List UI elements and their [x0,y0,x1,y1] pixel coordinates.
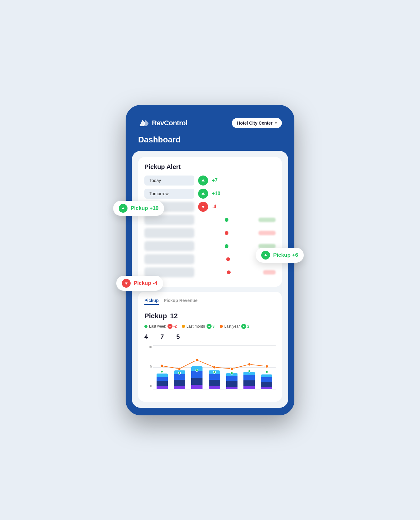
bar-seg-2-1 [174,386,185,389]
chart-area [153,345,276,395]
legend-change-year: 2 [247,324,249,329]
legend-last-week: Last week -2 [144,324,177,329]
change-day8 [263,270,276,275]
bar-stack-5 [226,373,238,389]
bar-seg-7-3 [261,377,272,382]
legend-badge-week: -2 [168,324,177,329]
y-label-10: 10 [144,345,152,349]
change-day5 [258,231,276,235]
alert-row-tomorrow: Tomorrow +10 [144,189,276,199]
phone-frame: RevControl Hotel City Center ▾ Dashboard… [126,105,294,415]
tab-pickup[interactable]: Pickup [144,298,159,305]
pickup-chart-card: Pickup Pickup Revenue Pickup 12 Last wee… [138,292,282,402]
badge-text-1: Pickup +10 [131,205,158,211]
tabs-row: Pickup Pickup Revenue [144,298,276,308]
pickup-title: Pickup [144,312,167,320]
day-label-day5: Blurred [144,228,194,238]
bar-seg-7-2 [261,382,272,387]
pickup-heading: Pickup 12 [144,312,276,320]
status-up-tomorrow [198,189,208,199]
pickup-alert-card: Pickup Alert Today +7 Tomorrow +10 Blurr… [138,157,282,287]
badge-text-3: Pickup -4 [134,280,158,286]
pickup-badge-plus10: Pickup +10 [113,201,164,216]
bar-seg-3-2 [191,378,202,385]
alert-row-day8: Blurred [144,267,276,277]
bar-seg-3-1 [191,385,202,389]
bar-group-4 [207,345,222,389]
status-dot-day4 [225,218,228,222]
legend-badge-month: 3 [207,324,215,329]
legend-badge-year: 2 [241,324,249,329]
bar-seg-1-4 [157,374,168,377]
bar-seg-4-2 [209,380,220,386]
alert-row-today: Today +7 [144,176,276,186]
dashboard-title: Dashboard [132,135,288,151]
bar-seg-5-1 [226,387,238,389]
day-label-day6: Blurred [144,241,194,251]
app-name: RevControl [152,119,188,127]
badge-up-icon-2 [261,251,270,260]
legend-label-week: Last week [149,324,166,329]
alert-row-day5: Blurred [144,228,276,238]
legend-last-month: Last month 3 [182,324,215,329]
stat-3: 5 [176,333,180,340]
change-day3: -4 [212,204,216,210]
day-label-tomorrow: Tomorrow [144,189,194,199]
tab-pickup-revenue[interactable]: Pickup Revenue [164,298,198,305]
bar-seg-4-4 [209,370,220,374]
content-area: Pickup +10 Pickup +6 Pickup -4 Pickup Al… [132,151,288,408]
bar-stack-6 [243,372,255,389]
bar-seg-5-2 [226,381,238,387]
hotel-selector[interactable]: Hotel City Center ▾ [232,118,282,128]
bar-seg-7-4 [261,374,272,377]
status-down-day3 [198,202,208,212]
legend-dot-week [144,325,148,328]
bars-row [153,345,276,389]
app-header: RevControl Hotel City Center ▾ [132,112,288,135]
hotel-name: Hotel City Center [237,121,272,126]
bar-group-6 [242,345,257,389]
bar-seg-4-1 [209,386,220,389]
bar-stack-4 [209,370,220,389]
change-day4 [258,218,276,222]
y-axis: 10 5 0 [144,345,152,388]
status-dot-day8 [227,270,231,274]
bar-group-5 [224,345,240,389]
bar-seg-2-2 [174,380,185,386]
badge-down-icon [122,279,131,288]
bar-seg-6-1 [243,386,255,389]
alert-row-day6: Blurred [144,241,276,251]
badge-icon-month [207,324,212,329]
status-up-today [198,176,208,186]
bar-stack-3 [191,366,202,389]
pickup-badge-minus4: Pickup -4 [116,276,163,291]
legend-label-year: Last year [224,324,240,329]
day-label-today: Today [144,176,194,186]
bar-seg-6-3 [243,375,255,380]
legend-row: Last week -2 Last month [144,324,276,329]
bar-seg-6-4 [243,372,255,375]
pickup-alert-title: Pickup Alert [144,163,276,171]
alert-row-day4: Blurred [144,215,276,225]
change-tomorrow: +10 [212,191,220,196]
bar-group-1 [154,345,170,389]
bar-seg-1-2 [157,381,168,386]
chevron-down-icon: ▾ [275,121,277,125]
legend-change-month: 3 [212,324,215,329]
bar-seg-1-1 [157,386,168,389]
badge-up-icon [119,204,128,213]
legend-label-month: Last month [187,324,205,329]
bar-seg-3-4 [191,366,202,371]
y-label-0: 0 [144,384,152,388]
logo-icon [138,117,149,129]
alert-row-day3: Blurred -4 [144,202,276,212]
legend-dot-year [220,325,223,328]
bar-seg-2-4 [174,370,185,374]
logo: RevControl [138,117,188,129]
badge-icon-year [241,324,246,329]
day-label-day7: Blurred [144,254,194,264]
badge-text-2: Pickup +6 [273,252,298,258]
status-dot-day6 [225,244,228,248]
stat-1: 4 [144,333,148,340]
bar-seg-6-2 [243,380,255,386]
